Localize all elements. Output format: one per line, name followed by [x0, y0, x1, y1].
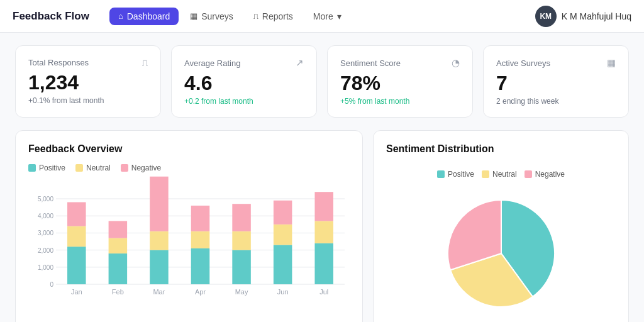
chevron-down-icon: ▾	[337, 11, 341, 21]
metric-label-total: Total Responses	[28, 58, 89, 67]
pie-legend-neutral: Neutral	[482, 170, 517, 179]
metric-label-rating: Average Rating	[184, 58, 240, 68]
svg-text:Jun: Jun	[277, 288, 289, 296]
user-name: K M Mahfujul Huq	[562, 11, 631, 21]
metric-active-surveys: Active Surveys ▦ 7 2 ending this week	[483, 45, 629, 118]
pie-svg	[432, 187, 570, 313]
pie-neutral-dot	[482, 170, 489, 178]
pie-legend: Positive Neutral Negative	[437, 170, 565, 179]
svg-text:3,000: 3,000	[38, 230, 53, 237]
bar-chart-legend: Positive Neutral Negative	[28, 164, 350, 172]
svg-rect-28	[232, 250, 251, 284]
metric-total-responses: Total Responses ⎍ 1,234 +0.1% from last …	[15, 45, 161, 118]
nav-reports[interactable]: ⎍ Reports	[245, 8, 302, 25]
nav-more[interactable]: More ▾	[304, 8, 350, 25]
nav-right: KM K M Mahfujul Huq	[535, 6, 631, 27]
svg-rect-37	[314, 221, 333, 243]
metric-value-total: 1,234	[28, 72, 148, 94]
svg-rect-21	[150, 231, 169, 250]
svg-rect-13	[67, 226, 86, 247]
svg-rect-26	[191, 206, 210, 231]
svg-text:1,000: 1,000	[38, 264, 53, 271]
svg-rect-33	[274, 225, 292, 245]
legend-positive: Positive	[28, 164, 65, 172]
grid-icon: ▦	[607, 57, 616, 69]
svg-text:May: May	[235, 288, 248, 296]
metrics-row: Total Responses ⎍ 1,234 +0.1% from last …	[15, 45, 629, 118]
pie-chart-area: Positive Neutral Negative	[386, 164, 616, 313]
bar-chart-title: Feedback Overview	[28, 143, 350, 155]
svg-text:Jul: Jul	[319, 288, 328, 296]
main-content: Total Responses ⎍ 1,234 +0.1% from last …	[0, 33, 644, 322]
nav-items: ⌂ Dashboard ▦ Surveys ⎍ Reports More ▾	[109, 8, 535, 25]
bar-chart-card: Feedback Overview Positive Neutral Negat…	[15, 130, 363, 322]
svg-rect-17	[109, 238, 128, 253]
svg-rect-32	[274, 245, 292, 285]
neutral-dot	[75, 164, 83, 172]
metric-value-active: 7	[496, 72, 616, 94]
pie-negative-dot	[525, 170, 532, 178]
svg-rect-12	[67, 247, 86, 284]
bar-chart-area: 01,0002,0003,0004,0005,000JanFebMarAprMa…	[28, 179, 350, 317]
svg-text:Feb: Feb	[112, 288, 124, 296]
metric-value-sentiment: 78%	[340, 72, 460, 94]
legend-neutral: Neutral	[75, 164, 111, 172]
svg-rect-25	[191, 231, 210, 248]
metric-sub-rating: +0.2 from last month	[184, 97, 304, 106]
brand-logo: Feedback Flow	[13, 10, 89, 23]
svg-rect-22	[150, 177, 169, 231]
svg-rect-24	[191, 248, 210, 284]
reports-icon: ⎍	[253, 11, 258, 21]
svg-text:5,000: 5,000	[38, 196, 53, 203]
metric-sub-total: +0.1% from last month	[28, 96, 148, 105]
bar-chart-icon: ⎍	[142, 57, 148, 68]
metric-value-rating: 4.6	[184, 72, 304, 94]
pie-legend-negative: Negative	[525, 170, 565, 179]
pie-positive-dot	[437, 170, 445, 178]
metric-average-rating: Average Rating ↗ 4.6 +0.2 from last mont…	[171, 45, 317, 118]
nav-surveys[interactable]: ▦ Surveys	[181, 8, 242, 25]
negative-dot	[121, 164, 128, 172]
svg-rect-30	[232, 204, 251, 231]
svg-rect-14	[67, 203, 86, 226]
pie-icon: ◔	[452, 57, 460, 69]
metric-label-active: Active Surveys	[496, 58, 550, 68]
metric-sub-sentiment: +5% from last month	[340, 97, 460, 106]
svg-text:Jan: Jan	[71, 288, 82, 296]
pie-chart-card: Sentiment Distribution Positive Neutral …	[373, 130, 629, 322]
svg-text:0: 0	[50, 281, 53, 288]
home-icon: ⌂	[118, 11, 123, 21]
pie-chart-title: Sentiment Distribution	[386, 143, 616, 155]
positive-dot	[28, 164, 36, 172]
svg-rect-38	[314, 192, 333, 221]
surveys-icon: ▦	[190, 11, 197, 21]
avatar[interactable]: KM	[535, 6, 557, 27]
charts-row: Feedback Overview Positive Neutral Negat…	[15, 130, 629, 322]
metric-sentiment-score: Sentiment Score ◔ 78% +5% from last mont…	[327, 45, 473, 118]
navbar: Feedback Flow ⌂ Dashboard ▦ Surveys ⎍ Re…	[0, 0, 644, 33]
metric-sub-active: 2 ending this week	[496, 97, 616, 106]
svg-text:2,000: 2,000	[38, 247, 53, 254]
pie-legend-positive: Positive	[437, 170, 474, 179]
metric-label-sentiment: Sentiment Score	[340, 58, 401, 68]
trend-up-icon: ↗	[296, 57, 304, 69]
svg-rect-18	[109, 221, 128, 238]
svg-rect-34	[274, 201, 292, 225]
svg-text:4,000: 4,000	[38, 213, 53, 219]
nav-dashboard[interactable]: ⌂ Dashboard	[109, 8, 179, 25]
svg-rect-20	[150, 250, 169, 284]
svg-rect-29	[232, 231, 251, 250]
svg-text:Mar: Mar	[153, 288, 165, 296]
svg-text:Apr: Apr	[195, 288, 206, 296]
svg-rect-16	[109, 253, 128, 284]
svg-rect-36	[314, 243, 333, 284]
legend-negative: Negative	[121, 164, 161, 172]
